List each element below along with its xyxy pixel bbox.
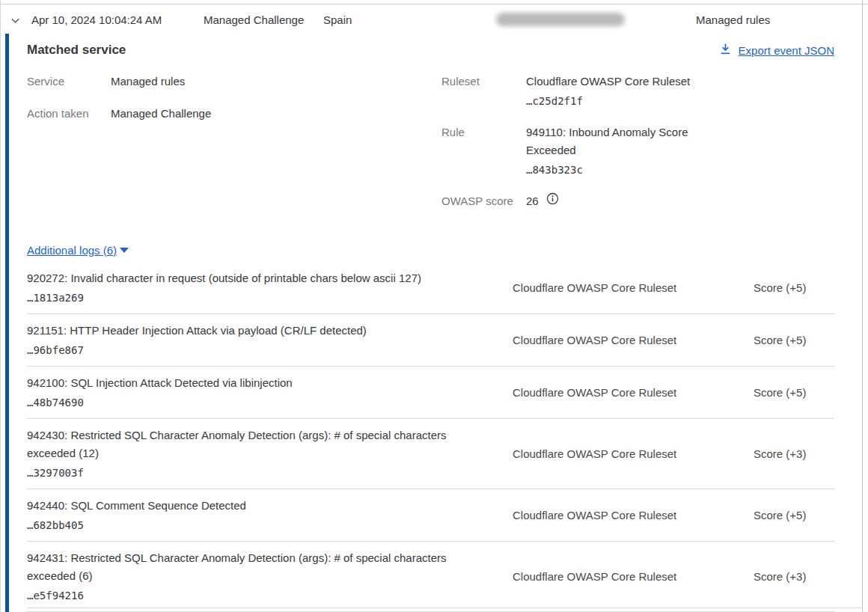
log-description-block: 920272: Invalid character in request (ou…: [27, 269, 468, 306]
log-description-block: 921151: HTTP Header Injection Attack via…: [27, 322, 468, 358]
info-icon[interactable]: [546, 192, 559, 210]
log-id-hash: …e5f94216: [27, 587, 468, 604]
detail-column-right: Ruleset Cloudflare OWASP Core Ruleset …c…: [441, 73, 834, 224]
log-score: Score (+5): [754, 334, 834, 346]
log-id-hash: …3297003f: [27, 465, 468, 481]
chevron-down-icon[interactable]: [10, 15, 21, 28]
additional-logs-label: Additional logs (6): [27, 244, 117, 257]
action-taken-label: Action taken: [27, 105, 111, 123]
log-description: 920272: Invalid character in request (ou…: [27, 269, 468, 287]
detail-column-left: Service Managed rules Action taken Manag…: [27, 73, 441, 224]
rule-label: Rule: [441, 123, 526, 178]
event-action: Managed Challenge: [204, 13, 304, 26]
event-country: Spain: [323, 13, 352, 26]
owasp-score-field: OWASP score 26: [441, 192, 834, 210]
log-description: 942100: SQL Injection Attack Detected vi…: [27, 374, 468, 392]
log-score: Score (+3): [754, 570, 834, 583]
log-id-hash: …48b74690: [27, 394, 468, 411]
log-description-block: 942430: Restricted SQL Character Anomaly…: [27, 426, 468, 481]
additional-logs-toggle[interactable]: Additional logs (6): [27, 244, 129, 257]
rule-field: Rule 949110: Inbound Anomaly Score Excee…: [441, 123, 834, 178]
action-taken-field: Action taken Managed Challenge: [27, 105, 441, 123]
owasp-score-value-wrap: 26: [526, 192, 713, 210]
redacted-field: [496, 13, 625, 26]
log-id-hash: …96bfe867: [27, 342, 468, 358]
export-event-json-link[interactable]: Export event JSON: [719, 43, 834, 58]
log-score: Score (+5): [754, 281, 834, 294]
detail-grid: Service Managed rules Action taken Manag…: [27, 73, 834, 224]
log-row: 942100: SQL Injection Attack Detected vi…: [27, 367, 834, 419]
ruleset-label: Ruleset: [441, 73, 526, 109]
event-detail-panel: Matched service Export event JSON Servic…: [0, 34, 863, 608]
ruleset-field: Ruleset Cloudflare OWASP Core Ruleset …c…: [441, 73, 834, 109]
log-description-block: 942440: SQL Comment Sequence Detected …6…: [27, 497, 468, 533]
log-score: Score (+3): [754, 447, 834, 460]
log-row: 921151: HTTP Header Injection Attack via…: [27, 314, 834, 367]
log-ruleset: Cloudflare OWASP Core Ruleset: [513, 386, 754, 399]
log-ruleset: Cloudflare OWASP Core Ruleset: [513, 334, 754, 346]
log-id-hash: …682bb405: [27, 517, 468, 533]
log-score: Score (+5): [754, 386, 834, 399]
log-description: 921151: HTTP Header Injection Attack via…: [27, 322, 468, 340]
log-ruleset: Cloudflare OWASP Core Ruleset: [513, 447, 754, 460]
event-service: Managed rules: [696, 13, 770, 26]
panel-header: Matched service Export event JSON: [27, 43, 834, 58]
action-taken-value: Managed Challenge: [111, 105, 211, 123]
service-field: Service Managed rules: [27, 73, 441, 91]
download-icon: [719, 43, 732, 58]
log-description-block: 942100: SQL Injection Attack Detected vi…: [27, 374, 468, 411]
log-description: 942431: Restricted SQL Character Anomaly…: [27, 549, 468, 585]
log-id-hash: …1813a269: [27, 290, 468, 306]
log-row: 942430: Restricted SQL Character Anomaly…: [27, 419, 834, 489]
panel-title: Matched service: [27, 43, 126, 58]
log-description: 942440: SQL Comment Sequence Detected: [27, 497, 468, 515]
log-row: 920272: Invalid character in request (ou…: [27, 262, 834, 314]
log-row: 942431: Restricted SQL Character Anomaly…: [27, 542, 834, 612]
log-ruleset: Cloudflare OWASP Core Ruleset: [513, 509, 754, 521]
log-description: 942430: Restricted SQL Character Anomaly…: [27, 426, 468, 462]
next-row-top-border: [27, 608, 863, 608]
ruleset-value: Cloudflare OWASP Core Ruleset …c25d2f1f: [526, 73, 713, 109]
firewall-event-expanded-row: Apr 10, 2024 10:04:24 AM Managed Challen…: [0, 0, 868, 612]
rule-name: 949110: Inbound Anomaly Score Exceeded: [526, 123, 713, 159]
log-row: 942440: SQL Comment Sequence Detected …6…: [27, 489, 834, 542]
service-label: Service: [27, 73, 111, 91]
rule-value: 949110: Inbound Anomaly Score Exceeded ……: [526, 123, 713, 178]
additional-logs-list: 920272: Invalid character in request (ou…: [27, 262, 834, 612]
ruleset-name: Cloudflare OWASP Core Ruleset: [526, 73, 713, 91]
event-timestamp: Apr 10, 2024 10:04:24 AM: [31, 13, 162, 26]
owasp-score-value: 26: [526, 192, 539, 210]
log-description-block: 942431: Restricted SQL Character Anomaly…: [27, 549, 468, 604]
ruleset-id-hash: …c25d2f1f: [526, 93, 713, 109]
log-ruleset: Cloudflare OWASP Core Ruleset: [513, 570, 754, 583]
export-event-json-label: Export event JSON: [739, 44, 834, 57]
rule-id-hash: …843b323c: [526, 162, 713, 178]
caret-down-icon: [119, 244, 129, 257]
event-row-header: Apr 10, 2024 10:04:24 AM Managed Challen…: [0, 0, 862, 34]
owasp-score-label: OWASP score: [441, 192, 526, 210]
service-value: Managed rules: [111, 73, 185, 91]
log-ruleset: Cloudflare OWASP Core Ruleset: [513, 281, 754, 294]
log-score: Score (+5): [754, 509, 834, 521]
